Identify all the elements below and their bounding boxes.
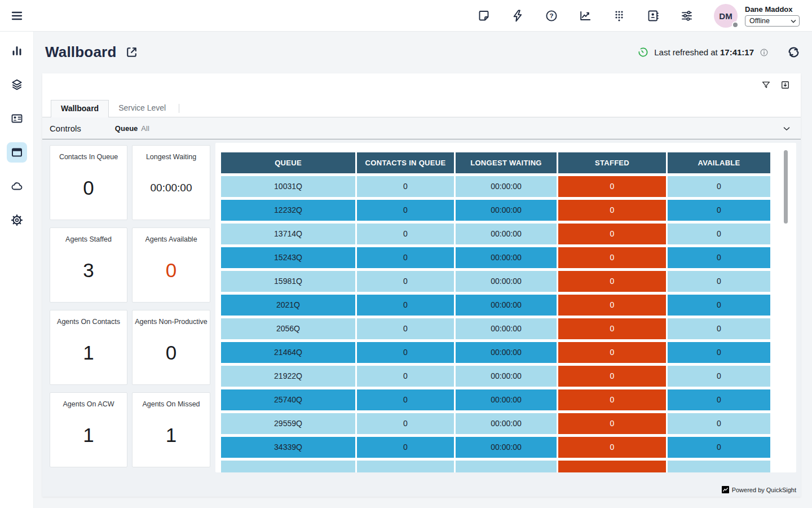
- cell-contacts-in-queue: 0: [357, 271, 454, 292]
- controls-label: Controls: [50, 124, 81, 133]
- cell-staffed: 0: [558, 224, 666, 245]
- cell-queue: 12232Q: [221, 200, 355, 221]
- queue-table-card: QUEUE CONTACTS IN QUEUE LONGEST WAITING …: [215, 143, 796, 472]
- kpi-label: Agents Non-Productive: [135, 318, 208, 326]
- layers-icon: [10, 78, 24, 91]
- cell-contacts-in-queue: 0: [357, 389, 454, 411]
- cell-contacts-in-queue: 0: [357, 176, 454, 198]
- cell-staffed: 0: [558, 295, 666, 316]
- cell-available: 0: [668, 437, 770, 458]
- last-refreshed-text: Last refreshed at 17:41:17: [654, 47, 754, 57]
- kpi-label: Contacts In Queue: [59, 153, 118, 161]
- avatar[interactable]: DM: [714, 4, 738, 28]
- table-row: 21464Q 0 00:00:00 0 0: [221, 342, 770, 364]
- dialpad-icon[interactable]: [612, 9, 626, 23]
- table-row: 15981Q 0 00:00:00 0 0: [221, 271, 770, 292]
- export-download-icon[interactable]: [780, 80, 791, 90]
- sidebar-item-settings[interactable]: [7, 210, 27, 230]
- table-row: 29559Q 0 00:00:00 0 0: [221, 413, 770, 435]
- controls-bar: Controls QueueAll: [42, 117, 801, 139]
- cell-longest-waiting: 00:00:00: [456, 176, 557, 198]
- filter-icon[interactable]: [761, 80, 771, 90]
- cell-available: 0: [668, 318, 770, 340]
- cell-longest-waiting: 00:00:00: [456, 366, 557, 387]
- cell-staffed: 0: [558, 176, 666, 198]
- column-header-available: AVAILABLE: [668, 152, 770, 173]
- cell-queue: 2021Q: [221, 295, 355, 316]
- cell-contacts-in-queue: 0: [357, 342, 454, 364]
- kpi-card: Agents Available 0: [132, 227, 210, 303]
- help-icon[interactable]: ?: [545, 9, 558, 23]
- table-row: 21922Q 0 00:00:00 0 0: [221, 366, 770, 387]
- external-link-icon[interactable]: [125, 45, 139, 59]
- kpi-card: Agents On Contacts 1: [50, 310, 127, 385]
- sidebar-item-wallboard[interactable]: [7, 142, 27, 163]
- tab-wallboard[interactable]: Wallboard: [51, 100, 109, 117]
- cell-available: 0: [668, 295, 770, 316]
- quicksight-logo-icon: [722, 486, 729, 493]
- cell-queue: 10031Q: [221, 176, 355, 198]
- table-row: 10031Q 0 00:00:00 0 0: [221, 176, 770, 198]
- controls-collapse-chevron-icon[interactable]: [782, 124, 792, 134]
- tab-service-level[interactable]: Service Level: [109, 100, 175, 117]
- cell-available: [668, 461, 770, 473]
- bar-chart-icon: [10, 44, 24, 58]
- cell-contacts-in-queue: 0: [357, 318, 454, 340]
- table-row: 12232Q 0 00:00:00 0 0: [221, 200, 770, 221]
- directory-icon[interactable]: [646, 9, 660, 23]
- queue-table: QUEUE CONTACTS IN QUEUE LONGEST WAITING …: [221, 152, 770, 472]
- sidebar-item-queues[interactable]: [7, 75, 27, 95]
- cloud-icon: [10, 179, 24, 193]
- table-body: 10031Q 0 00:00:00 0 0 12232Q 0 00:00:00 …: [221, 176, 770, 473]
- metrics-icon[interactable]: [579, 9, 592, 23]
- hamburger-menu-icon[interactable]: [10, 8, 24, 23]
- svg-text:?: ?: [549, 12, 553, 19]
- cell-queue: 2056Q: [221, 318, 355, 340]
- kpi-card: Longest Waiting 00:00:00: [132, 145, 210, 220]
- table-header-row: QUEUE CONTACTS IN QUEUE LONGEST WAITING …: [221, 152, 770, 173]
- cell-available: 0: [668, 176, 770, 198]
- kpi-card: Agents On ACW 1: [50, 392, 127, 467]
- cell-staffed: 0: [558, 389, 666, 411]
- agent-status-select[interactable]: Offline: [745, 15, 800, 27]
- sidebar-item-metrics[interactable]: [7, 41, 27, 61]
- main-area: Wallboard Last refreshed at 17:41:17: [34, 32, 812, 508]
- table-scrollbar[interactable]: [784, 150, 788, 224]
- kpi-card: Contacts In Queue 0: [50, 145, 127, 220]
- dashboard-content: Contacts In Queue 0 Longest Waiting 00:0…: [42, 139, 801, 497]
- agent-status-value: Offline: [749, 17, 770, 25]
- attribution-text: Powered by QuickSight: [732, 487, 796, 493]
- cell-staffed: 0: [558, 366, 666, 387]
- cell-available: 0: [668, 389, 770, 411]
- cell-available: 0: [668, 271, 770, 292]
- sidebar-item-cloud[interactable]: [7, 176, 27, 196]
- sidebar-item-contacts[interactable]: [7, 108, 27, 129]
- column-header-longest-waiting: LONGEST WAITING: [456, 152, 557, 173]
- auto-refresh-timer-icon: [637, 46, 649, 58]
- kpi-card: Agents Staffed 3: [50, 227, 127, 303]
- cell-longest-waiting: 00:00:00: [456, 342, 557, 364]
- queue-filter-control[interactable]: QueueAll: [115, 124, 149, 133]
- table-row: 2056Q 0 00:00:00 0 0: [221, 318, 770, 340]
- quick-actions-icon[interactable]: [511, 9, 524, 23]
- settings-sliders-icon[interactable]: [680, 9, 694, 23]
- refresh-icon[interactable]: [787, 45, 801, 59]
- kpi-label: Agents On Contacts: [57, 318, 120, 326]
- cell-available: 0: [668, 342, 770, 364]
- kpi-value: 00:00:00: [151, 161, 192, 220]
- cell-available: 0: [668, 366, 770, 387]
- kpi-value: 3: [83, 243, 94, 302]
- top-bar: ?: [0, 0, 812, 32]
- avatar-initials: DM: [719, 11, 732, 21]
- kpi-label: Agents Available: [145, 235, 197, 243]
- kpi-value: 0: [83, 161, 94, 220]
- gear-icon: [10, 213, 24, 227]
- notes-icon[interactable]: [477, 9, 491, 23]
- cell-staffed: 0: [558, 437, 666, 458]
- cell-queue: 34339Q: [221, 437, 355, 458]
- id-card-icon: [10, 112, 24, 125]
- user-cluster: DM Dane Maddox Offline: [714, 4, 800, 28]
- cell-queue: 25740Q: [221, 389, 355, 411]
- cell-contacts-in-queue: [357, 461, 454, 473]
- info-icon[interactable]: [759, 47, 769, 58]
